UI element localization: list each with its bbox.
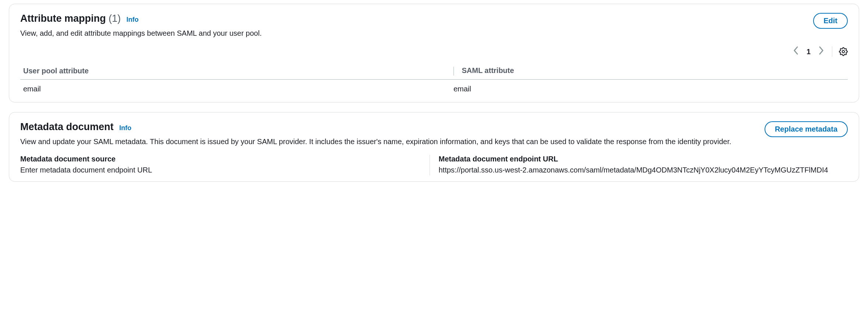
gear-icon[interactable] [839,47,848,56]
metadata-endpoint-label: Metadata document endpoint URL [439,155,839,163]
metadata-source-label: Metadata document source [20,155,421,163]
next-page-icon[interactable] [817,45,825,58]
table-header-row: User pool attribute SAML attribute [20,63,848,79]
table-row: email email [20,79,848,96]
title-text: Attribute mapping [20,13,106,24]
metadata-source-value: Enter metadata document endpoint URL [20,165,421,175]
panel-title: Metadata document [20,121,116,132]
metadata-endpoint-value: https://portal.sso.us-west-2.amazonaws.c… [439,165,839,175]
title-text: Metadata document [20,121,114,132]
panel-header: Metadata document Info View and update y… [20,121,848,147]
page-number: 1 [807,48,811,56]
metadata-source-column: Metadata document source Enter metadata … [20,155,430,175]
cell-user-pool: email [20,79,451,96]
paginator: 1 [20,45,848,58]
metadata-body: Metadata document source Enter metadata … [20,155,848,175]
prev-page-icon[interactable] [792,45,800,58]
replace-metadata-button[interactable]: Replace metadata [765,121,848,137]
column-divider [454,67,454,76]
panel-description: View, add, and edit attribute mappings b… [20,28,813,38]
info-link[interactable]: Info [127,16,139,23]
info-link[interactable]: Info [119,124,131,132]
panel-header-left: Metadata document Info View and update y… [20,121,765,147]
col-saml-label: SAML attribute [462,66,514,74]
cell-saml: email [451,79,848,96]
svg-point-0 [842,50,844,53]
title-count: (1) [109,13,121,24]
attribute-mapping-panel: Attribute mapping (1) Info View, add, an… [9,4,859,102]
attribute-mapping-table: User pool attribute SAML attribute email… [20,63,848,96]
metadata-endpoint-column: Metadata document endpoint URL https://p… [430,155,848,175]
edit-button[interactable]: Edit [813,13,848,29]
paginator-divider [832,46,832,57]
panel-description: View and update your SAML metadata. This… [20,136,765,147]
col-user-pool: User pool attribute [20,63,451,79]
col-saml: SAML attribute [451,63,848,79]
panel-title: Attribute mapping (1) [20,13,124,24]
panel-header-left: Attribute mapping (1) Info View, add, an… [20,13,813,38]
panel-header: Attribute mapping (1) Info View, add, an… [20,13,848,38]
metadata-document-panel: Metadata document Info View and update y… [9,112,859,182]
